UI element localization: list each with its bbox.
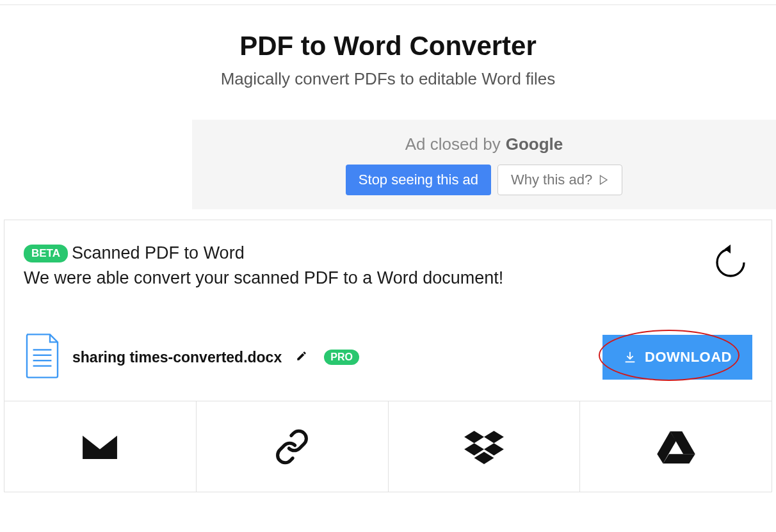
dropbox-icon: [464, 430, 504, 464]
pro-badge: PRO: [324, 350, 359, 365]
share-link-button[interactable]: [197, 401, 389, 492]
google-logo: Google: [506, 134, 563, 154]
page-title: PDF to Word Converter: [13, 31, 763, 61]
svg-marker-0: [725, 245, 731, 254]
filename-label: sharing times-converted.docx: [72, 349, 282, 366]
link-icon: [274, 429, 310, 465]
share-dropbox-button[interactable]: [389, 401, 581, 492]
success-message: We were able convert your scanned PDF to…: [24, 268, 752, 288]
why-this-ad-button[interactable]: Why this ad?: [497, 165, 622, 195]
stop-seeing-ad-button[interactable]: Stop seeing this ad: [346, 165, 491, 195]
download-label: DOWNLOAD: [645, 349, 732, 366]
download-icon: [623, 350, 637, 364]
share-email-button[interactable]: [4, 401, 197, 492]
download-button[interactable]: DOWNLOAD: [602, 335, 752, 380]
page-subtitle: Magically convert PDFs to editable Word …: [13, 69, 763, 89]
why-this-ad-label: Why this ad?: [511, 172, 592, 188]
ad-closed-prefix: Ad closed by: [405, 134, 501, 154]
share-row: [4, 401, 772, 492]
page-header: PDF to Word Converter Magically convert …: [0, 5, 776, 104]
ad-button-row: Stop seeing this ad Why this ad?: [346, 165, 622, 195]
google-drive-icon: [657, 430, 695, 463]
edit-filename-button[interactable]: [296, 350, 307, 364]
pencil-icon: [296, 350, 307, 362]
restart-button[interactable]: [713, 245, 748, 282]
document-icon: [24, 333, 61, 382]
adchoices-icon: [597, 174, 609, 186]
restart-icon: [713, 245, 748, 280]
share-google-drive-button[interactable]: [580, 401, 772, 492]
result-heading-row: BETA Scanned PDF to Word: [24, 243, 752, 263]
email-icon: [81, 433, 118, 460]
result-heading: Scanned PDF to Word: [72, 243, 245, 263]
file-row: sharing times-converted.docx PRO DOWNLOA…: [24, 333, 752, 382]
result-card: BETA Scanned PDF to Word We were able co…: [4, 220, 772, 401]
ad-closed-text: Ad closed by Google: [405, 134, 563, 154]
ad-banner: Ad closed by Google Stop seeing this ad …: [192, 120, 776, 209]
beta-badge: BETA: [24, 245, 68, 262]
top-separator: [0, 0, 776, 5]
